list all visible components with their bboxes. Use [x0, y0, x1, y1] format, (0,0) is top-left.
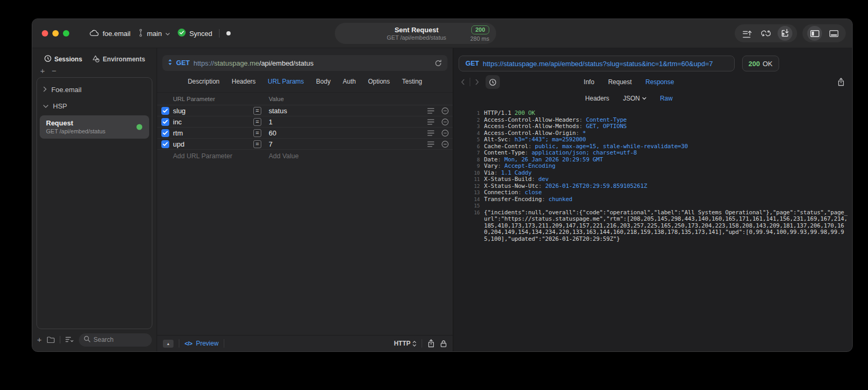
protocol-select[interactable]: HTTP	[394, 340, 416, 347]
remove-item-icon[interactable]: −	[52, 67, 57, 76]
toggle-sidebar-icon[interactable]	[807, 26, 822, 41]
sidebar-bottom-separator	[60, 336, 60, 343]
sidebar-search-input[interactable]: Search	[79, 333, 152, 347]
sync-branches-icon[interactable]	[759, 26, 773, 41]
param-remove-icon[interactable]	[437, 140, 453, 148]
share-icon[interactable]	[427, 339, 435, 348]
new-folder-icon[interactable]	[47, 336, 55, 343]
request-tabs: Description Headers URL Params Body Auth…	[157, 71, 453, 93]
tab-environments[interactable]: Environments	[92, 55, 145, 65]
updown-chevrons-icon	[413, 341, 416, 347]
export-requests-icon[interactable]	[739, 26, 754, 41]
param-value-input[interactable]: 60	[265, 129, 424, 137]
tab-info[interactable]: Info	[584, 78, 595, 86]
filter-list-icon[interactable]	[65, 337, 74, 343]
workspace-item[interactable]: foe.email	[89, 29, 131, 38]
add-param-name-placeholder[interactable]: Add URL Parameter	[173, 152, 253, 160]
request-editor-panel: GET https://statuspage.me/api/embed/stat…	[157, 48, 453, 351]
response-body[interactable]: 1HTTP/1.1 200 OK2Access-Control-Allow-He…	[453, 105, 852, 351]
param-remove-icon[interactable]	[437, 129, 453, 137]
param-menu-icon[interactable]	[424, 141, 437, 147]
main-area: Sessions Environments + − Foe.email HSP	[32, 48, 852, 351]
tab-sessions-label: Sessions	[54, 56, 83, 63]
param-enabled-checkbox[interactable]	[161, 107, 169, 115]
share-response-icon[interactable]	[837, 78, 845, 86]
app-window: foe.email main Synced Sent Request GET /…	[32, 19, 853, 352]
param-add-row: Add URL Parameter Add Value	[157, 150, 453, 162]
method-select-icon[interactable]	[168, 59, 172, 67]
branch-selector[interactable]: main	[138, 29, 170, 39]
tab-auth[interactable]: Auth	[343, 78, 356, 85]
param-remove-icon[interactable]	[437, 107, 453, 115]
titlebar: foe.email main Synced Sent Request GET /…	[32, 19, 852, 48]
toggle-bottom-panel-icon[interactable]	[826, 26, 841, 41]
preview-button[interactable]: </> Preview	[185, 340, 218, 347]
sent-request-pill[interactable]: Sent Request GET /api/embed/status 200 2…	[335, 23, 496, 44]
request-list-item-selected[interactable]: Request GET /api/embed/status	[40, 115, 149, 139]
sent-request-url-box[interactable]: GET https://statuspage.me/api/embed/stat…	[459, 56, 735, 71]
tab-url-params[interactable]: URL Params	[268, 78, 304, 85]
tree-group-foe-email[interactable]: Foe.email	[37, 81, 152, 98]
param-value-input[interactable]: status	[265, 107, 424, 115]
zoom-window-button[interactable]	[63, 30, 69, 37]
sent-request-subtitle: GET /api/embed/status	[363, 34, 470, 41]
chevron-right-icon	[43, 86, 47, 94]
chevron-down-icon	[165, 30, 170, 38]
resend-request-icon[interactable]	[434, 59, 442, 67]
param-name-input[interactable]: inc	[173, 118, 253, 126]
tab-testing[interactable]: Testing	[402, 78, 422, 85]
sent-request-status: 200 280 ms	[470, 25, 489, 42]
add-item-icon[interactable]: +	[40, 67, 45, 76]
sync-status[interactable]: Synced	[177, 28, 212, 39]
preview-label: Preview	[196, 340, 218, 347]
tree-group-hsp[interactable]: HSP	[37, 98, 152, 114]
close-window-button[interactable]	[42, 30, 48, 37]
param-value-input[interactable]: 7	[265, 140, 424, 148]
tab-request[interactable]: Request	[608, 78, 632, 86]
tab-description[interactable]: Description	[188, 78, 220, 85]
tab-sessions[interactable]: Sessions	[44, 55, 83, 64]
subtab-headers[interactable]: Headers	[585, 95, 609, 102]
collapse-panel-icon[interactable]: ▲	[163, 340, 173, 348]
request-status-dot	[136, 124, 142, 130]
param-enabled-checkbox[interactable]	[161, 140, 169, 148]
response-viewer-panel: GET https://statuspage.me/api/embed/stat…	[453, 48, 852, 351]
param-remove-icon[interactable]	[437, 118, 453, 126]
request-footer-bar: ▲ </> Preview HTTP	[157, 335, 453, 351]
subtab-raw[interactable]: Raw	[660, 95, 673, 102]
response-status-code: 200	[748, 60, 760, 68]
param-enabled-checkbox[interactable]	[161, 118, 169, 126]
minimize-window-button[interactable]	[52, 30, 59, 37]
import-request-icon[interactable]	[778, 26, 792, 41]
request-item-title: Request	[46, 119, 143, 127]
environments-icon	[92, 55, 100, 65]
param-name-input[interactable]: rtm	[173, 129, 253, 137]
equals-badge: =	[253, 129, 261, 137]
new-request-icon[interactable]: +	[37, 337, 42, 343]
request-url-bar[interactable]: GET https://statuspage.me/api/embed/stat…	[162, 55, 447, 71]
param-menu-icon[interactable]	[424, 130, 437, 136]
param-menu-icon[interactable]	[424, 119, 437, 125]
titlebar-tools-group	[735, 24, 797, 42]
subtab-json[interactable]: JSON	[623, 95, 646, 102]
sent-request-title: Sent Request	[363, 26, 470, 34]
tab-environments-label: Environments	[103, 56, 145, 63]
response-toolbar: Info Request Response	[453, 72, 852, 92]
add-param-value-placeholder[interactable]: Add Value	[265, 152, 424, 160]
response-top-bar: GET https://statuspage.me/api/embed/stat…	[459, 56, 847, 71]
param-name-input[interactable]: upd	[173, 140, 253, 148]
request-url[interactable]: https://statuspage.me/api/embed/status	[194, 59, 314, 67]
param-name-input[interactable]: slug	[173, 107, 253, 115]
response-status-text: OK	[763, 60, 773, 68]
tab-headers[interactable]: Headers	[232, 78, 255, 85]
param-enabled-checkbox[interactable]	[161, 129, 169, 137]
tree-group-label: HSP	[53, 102, 67, 110]
lock-icon[interactable]	[440, 340, 447, 348]
status-code-badge: 200	[471, 25, 489, 34]
tab-response[interactable]: Response	[645, 78, 674, 86]
tab-body[interactable]: Body	[316, 78, 331, 85]
tab-options[interactable]: Options	[368, 78, 390, 85]
param-value-input[interactable]: 1	[265, 118, 424, 126]
titlebar-right	[735, 24, 846, 42]
param-menu-icon[interactable]	[424, 108, 437, 114]
